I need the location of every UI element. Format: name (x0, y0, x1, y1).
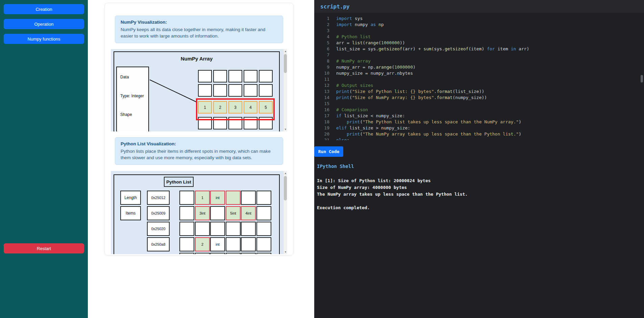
code-line: 7 (314, 52, 644, 58)
list-cell (226, 222, 241, 236)
code-editor-panel: script.py 1import sys2import numpy as np… (314, 0, 644, 318)
content-card: NumPy Visualization: NumPy keeps all its… (104, 3, 294, 255)
array-metadata-box: Data Type: Integer Shape (116, 67, 149, 131)
list-cell (256, 237, 271, 251)
array-cell (213, 117, 227, 129)
shell-line: In [1]: Size of Python list: 20000024 by… (317, 177, 644, 184)
array-value-cell: 1 (198, 101, 212, 114)
code-line: 17if list_size < numpy_size: (314, 113, 644, 119)
array-value-cell: 2 (213, 101, 227, 114)
python-info-body: Python lists place their items in differ… (121, 148, 277, 161)
code-line: 9numpy_arr = np.arange(1000000) (314, 64, 644, 70)
list-cell (241, 253, 256, 254)
python-panel-scrollbar[interactable]: ▲ ▼ (283, 171, 287, 254)
array-cell (244, 117, 257, 129)
address-box: 0x25009 (147, 206, 170, 220)
list-value-cell: 3int (195, 206, 210, 220)
array-cell (259, 70, 273, 82)
list-cell (179, 206, 194, 220)
list-cell (179, 253, 194, 254)
code-line: 16# Comparison (314, 107, 644, 113)
scrollbar-thumb[interactable] (284, 176, 287, 200)
array-cell (198, 117, 212, 129)
code-line: 14print("Size of NumPy array: {} bytes".… (314, 95, 644, 101)
numpy-info-title: NumPy Visualization: (121, 20, 277, 25)
array-cell (213, 70, 227, 82)
shell-title: IPython Shell (314, 164, 644, 169)
list-cell (241, 222, 256, 236)
list-highlight-cell (226, 191, 241, 205)
code-editor[interactable]: 1import sys2import numpy as np34# Python… (314, 13, 644, 140)
address-box: 0x250a8 (147, 237, 170, 251)
chevron-up-icon[interactable]: ▲ (283, 49, 287, 53)
code-line: 3 (314, 28, 644, 34)
restart-button[interactable]: Restart (4, 243, 84, 253)
list-cell (179, 222, 194, 236)
list-value-cell: 4int (241, 206, 256, 220)
shell-line: Size of NumPy array: 4000000 bytes (317, 184, 644, 191)
chevron-up-icon[interactable]: ▲ (283, 171, 287, 175)
code-line: 1import sys (314, 16, 644, 22)
run-code-button[interactable]: Run Code (314, 146, 343, 157)
list-cell (241, 191, 256, 205)
list-cell (226, 237, 241, 251)
array-cell (244, 70, 257, 82)
numpy-visualization-panel: NumPy Array Data Type: Integer Shape (111, 49, 287, 131)
python-info-box: Python List Visualization: Python lists … (115, 137, 283, 165)
numpy-panel-scrollbar[interactable]: ▲ ▼ (283, 49, 287, 131)
meta-shape-label: Shape (120, 112, 132, 117)
shell-line (317, 198, 644, 204)
filename-label: script.py (320, 3, 350, 10)
numpy-info-body: NumPy keeps all its data close together … (121, 26, 277, 39)
code-line: 5arr = list(range(1000000)) (314, 40, 644, 46)
list-value-cell: 1 (195, 191, 210, 205)
array-value-cell: 5 (259, 101, 273, 114)
code-line: 12# Output sizes (314, 82, 644, 89)
chevron-down-icon[interactable]: ▼ (283, 250, 287, 254)
list-cell (179, 191, 194, 205)
array-cell (244, 84, 257, 97)
sidebar-item-numpy-functions[interactable]: Numpy functions (4, 34, 84, 44)
length-label-box: Length (120, 191, 141, 205)
array-cell (198, 84, 212, 97)
address-box: 0x25012 (147, 191, 170, 205)
code-line: 10numpy_size = numpy_arr.nbytes (314, 70, 644, 76)
sidebar: Creation Operation Numpy functions Resta… (0, 0, 88, 318)
array-cell (228, 117, 242, 129)
editor-header: script.py (314, 0, 644, 13)
list-cell (195, 253, 210, 254)
sidebar-item-creation[interactable]: Creation (4, 4, 84, 14)
array-value-cell: 4 (244, 101, 257, 114)
array-cell (213, 84, 227, 97)
list-cell (179, 237, 194, 251)
code-line: 19elif list_size > numpy_size: (314, 125, 644, 131)
main-content: NumPy Visualization: NumPy keeps all its… (88, 0, 314, 318)
code-lines: 1import sys2import numpy as np34# Python… (314, 16, 644, 140)
sidebar-item-operation[interactable]: Operation (4, 19, 84, 29)
editor-scrollbar-thumb[interactable] (641, 75, 643, 82)
chevron-down-icon[interactable]: ▼ (283, 127, 287, 131)
list-cell (226, 253, 241, 254)
meta-type-label: Type: Integer (120, 94, 144, 98)
list-cell (256, 191, 271, 205)
code-line: 15 (314, 101, 644, 107)
address-box: 0x25020 (147, 222, 170, 236)
numpy-array-title: NumPy Array (114, 56, 280, 62)
list-cell (210, 222, 225, 236)
list-cell (241, 237, 256, 251)
code-line: 21else: (314, 137, 644, 140)
shell-output: In [1]: Size of Python list: 20000024 by… (314, 177, 644, 211)
scrollbar-thumb[interactable] (284, 54, 287, 73)
numpy-info-box: NumPy Visualization: NumPy keeps all its… (115, 16, 283, 43)
app-root: Creation Operation Numpy functions Resta… (0, 0, 644, 318)
code-line: 4# Python list (314, 34, 644, 40)
python-list-title: Python List (164, 177, 194, 187)
list-value-cell: 2 (195, 237, 210, 251)
code-line: 11 (314, 76, 644, 82)
code-line: 8# NumPy array (314, 58, 644, 64)
list-cell (256, 253, 271, 254)
shell-line: The NumPy array takes up less space than… (317, 191, 644, 198)
list-cell (210, 206, 225, 220)
array-cell (228, 84, 242, 97)
shell-line: Execution completed. (317, 204, 644, 211)
